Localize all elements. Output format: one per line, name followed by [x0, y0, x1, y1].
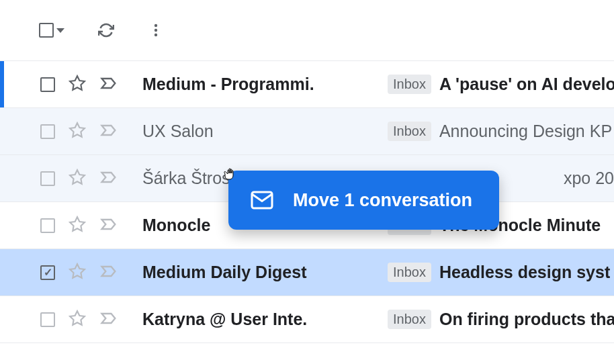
sender: Medium Daily Digest	[142, 263, 388, 282]
svg-marker-6	[70, 217, 85, 231]
row-checkbox[interactable]	[40, 312, 55, 327]
important-icon[interactable]	[99, 215, 118, 236]
drag-tooltip-text: Move 1 conversation	[293, 190, 472, 211]
refresh-button[interactable]	[98, 22, 114, 38]
star-icon[interactable]	[69, 263, 86, 283]
sender: UX Salon	[142, 122, 388, 141]
select-all-checkbox[interactable]	[39, 23, 54, 38]
email-row[interactable]: UX Salon Inbox Announcing Design KP	[0, 108, 614, 155]
row-checkbox[interactable]	[40, 171, 55, 186]
row-controls	[40, 215, 142, 236]
important-icon[interactable]	[99, 74, 118, 95]
refresh-icon	[98, 21, 114, 39]
toolbar	[0, 0, 614, 60]
more-vertical-icon	[148, 22, 164, 38]
row-checkbox[interactable]	[40, 77, 55, 92]
svg-marker-4	[70, 123, 85, 137]
select-all-control[interactable]	[39, 23, 64, 38]
important-icon[interactable]	[99, 309, 118, 330]
row-controls	[40, 262, 142, 283]
chevron-down-icon[interactable]	[56, 28, 64, 33]
svg-marker-7	[70, 264, 85, 278]
svg-marker-5	[70, 170, 85, 184]
subject: xpo 20	[564, 169, 614, 188]
subject: A 'pause' on AI develo	[439, 75, 614, 94]
svg-point-2	[155, 34, 157, 36]
star-icon[interactable]	[69, 216, 86, 236]
row-controls	[40, 74, 142, 95]
envelope-icon	[250, 188, 274, 212]
row-checkbox[interactable]	[40, 124, 55, 139]
email-row[interactable]: Medium - Programmi. Inbox A 'pause' on A…	[0, 61, 614, 108]
sender: Medium - Programmi.	[142, 75, 388, 94]
row-controls	[40, 309, 142, 330]
svg-marker-3	[70, 76, 85, 90]
inbox-label[interactable]: Inbox	[388, 122, 431, 141]
inbox-label[interactable]: Inbox	[388, 75, 431, 94]
inbox-label[interactable]: Inbox	[388, 263, 431, 282]
important-icon[interactable]	[99, 262, 118, 283]
row-controls	[40, 121, 142, 142]
subject: Announcing Design KP	[439, 122, 612, 141]
subject: On firing products tha	[439, 310, 614, 329]
svg-point-0	[155, 24, 157, 27]
svg-marker-8	[70, 311, 85, 325]
sender: Katryna @ User Inte.	[142, 310, 388, 329]
star-icon[interactable]	[69, 75, 86, 95]
star-icon[interactable]	[69, 310, 86, 330]
important-icon[interactable]	[99, 121, 118, 142]
svg-point-1	[155, 29, 157, 32]
grab-cursor-icon	[222, 166, 238, 186]
row-checkbox[interactable]	[40, 218, 55, 233]
email-row[interactable]: Katryna @ User Inte. Inbox On firing pro…	[0, 296, 614, 343]
inbox-label[interactable]: Inbox	[388, 310, 431, 329]
row-checkbox[interactable]	[40, 265, 55, 280]
drag-tooltip: Move 1 conversation	[228, 171, 499, 230]
subject: Headless design syst	[439, 263, 610, 282]
star-icon[interactable]	[69, 122, 86, 142]
email-row[interactable]: Medium Daily Digest Inbox Headless desig…	[0, 249, 614, 296]
more-button[interactable]	[148, 22, 164, 38]
star-icon[interactable]	[69, 169, 86, 189]
row-controls	[40, 168, 142, 189]
important-icon[interactable]	[99, 168, 118, 189]
